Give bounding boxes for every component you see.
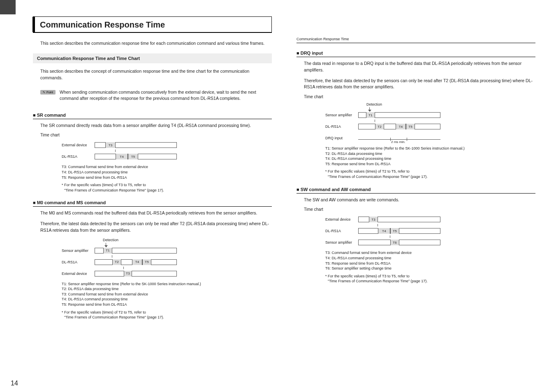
seg-t5: T5 bbox=[406, 124, 415, 129]
legend-line: T4: DL-RS1A command processing time bbox=[62, 170, 272, 175]
sr-footnote: * For the specific values (times) of T3 … bbox=[33, 182, 272, 193]
drq-footnote: * For the specific values (times) of T2 … bbox=[297, 169, 535, 179]
section-para: This section describes the concept of co… bbox=[33, 68, 272, 81]
running-head: Communication Response Time bbox=[297, 37, 535, 41]
footnote-line: * For the specific values (times) of T2 … bbox=[325, 169, 535, 174]
m0-para2: Therefore, the latest data detected by t… bbox=[33, 221, 272, 234]
legend-line: T4: DL-RS1A command processing time bbox=[325, 256, 535, 261]
sw-row2-label: DL-RS1A bbox=[325, 229, 358, 233]
drq-para1: The data read in response to a DRQ input… bbox=[297, 60, 535, 74]
legend-line: T4: DL-RS1A command processing time bbox=[325, 156, 535, 161]
sw-footnote: * For the specific values (times) of T3 … bbox=[297, 274, 535, 284]
legend-line: T5: Response send time from DL-RS1A bbox=[62, 175, 272, 180]
legend-line: T5: Response send time from DL-RS1A bbox=[62, 302, 272, 307]
sr-legend: T3: Command format send time from extern… bbox=[33, 164, 272, 180]
right-page: Communication Response Time ■ DRQ input … bbox=[297, 16, 535, 384]
seg-t3: T3 bbox=[369, 217, 378, 222]
point-tag: Point bbox=[40, 90, 56, 95]
detection-arrow-icon bbox=[368, 107, 373, 111]
legend-line: T2: DL-RS1A data processing time bbox=[62, 286, 272, 292]
detection-label: Detection bbox=[95, 238, 272, 242]
legend-line: T5: Response send time from DL-RS1A bbox=[325, 161, 535, 167]
detection-label: Detection bbox=[358, 102, 535, 106]
sw-timechart-label: Time chart bbox=[297, 207, 535, 212]
legend-line: T6: Sensor amplifier setting change time bbox=[325, 266, 535, 271]
legend-line: T2: DL-RS1A data processing time bbox=[325, 151, 535, 157]
chapter-intro: This section describes the communication… bbox=[33, 40, 272, 47]
sw-row1-label: External device bbox=[325, 217, 358, 221]
footnote-line: "Time Frames of Communication Response T… bbox=[325, 279, 535, 284]
seg-t1: T1 bbox=[103, 248, 112, 254]
m0-row2-label: DL-RS1A bbox=[62, 260, 95, 264]
legend-line: T1: Sensor amplifier response time (Refe… bbox=[62, 281, 272, 287]
seg-t5: T5 bbox=[142, 259, 151, 265]
drq-input-line: 2 ms min. bbox=[358, 139, 440, 140]
legend-line: T4: DL-RS1A command processing time bbox=[62, 297, 272, 302]
legend-line: T3: Command format send time from extern… bbox=[62, 292, 272, 297]
seg-t2: T2 bbox=[375, 124, 384, 129]
sr-timechart-label: Time chart bbox=[33, 133, 272, 137]
seg-t6: T6 bbox=[390, 240, 399, 245]
sr-chart: External device T3 DL-RS1A T4 T5 bbox=[33, 141, 272, 161]
footnote-line: * For the specific values (times) of T3 … bbox=[62, 182, 272, 188]
drq-row2-label: DL-RS1A bbox=[325, 125, 358, 129]
chapter-heading: Communication Response Time bbox=[33, 16, 272, 33]
sw-chart: External device T3 DL-RS1A T4 T5 Sensor … bbox=[297, 215, 535, 247]
sr-heading: ■ SR command bbox=[33, 113, 272, 119]
divider bbox=[297, 43, 535, 43]
legend-line: T5: Response send time from DL-RS1A bbox=[325, 261, 535, 266]
footnote-line: "Time Frames of Communication Response T… bbox=[62, 315, 272, 320]
legend-line: T3: Command format send time from extern… bbox=[325, 250, 535, 256]
edge-tab bbox=[0, 0, 16, 14]
seg-t4: T4 bbox=[132, 259, 142, 265]
sr-para: The SR command directly reads data from … bbox=[33, 122, 272, 129]
point-callout: Point When sending communication command… bbox=[40, 88, 272, 103]
drq-chart: Detection Sensor amplifier T1 DL-RS1A T2… bbox=[297, 102, 535, 143]
seg-t2: T2 bbox=[112, 259, 121, 265]
drq-heading: ■ DRQ input bbox=[297, 51, 535, 57]
legend-line: T1: Sensor amplifier response time (Refe… bbox=[325, 146, 535, 151]
m0-row1-label: Sensor amplifier bbox=[62, 249, 95, 253]
sr-row2-label: DL-RS1A bbox=[62, 154, 95, 159]
seg-t3: T3 bbox=[105, 142, 116, 148]
m0-para1: The M0 and MS commands read the buffered… bbox=[33, 210, 272, 217]
section-heading: Communication Response Time and Time Cha… bbox=[33, 53, 272, 63]
chapter-title: Communication Response Time bbox=[40, 20, 266, 30]
drq-para2: Therefore, the latest data detected by t… bbox=[297, 78, 535, 91]
drq-row3-label: DRQ input bbox=[325, 136, 358, 140]
seg-t4: T4 bbox=[378, 228, 390, 234]
footnote-line: * For the specific values (times) of T2 … bbox=[62, 310, 272, 315]
sw-para: The SW and AW commands are write command… bbox=[297, 197, 535, 203]
point-text: When sending communication commands cons… bbox=[60, 89, 272, 101]
drq-timechart-label: Time chart bbox=[297, 95, 535, 99]
footnote-line: "Time Frames of Communication Response T… bbox=[62, 188, 272, 193]
seg-t1: T1 bbox=[366, 112, 375, 118]
seg-t4: T4 bbox=[396, 124, 406, 129]
detection-arrow-icon bbox=[105, 243, 109, 246]
seg-t3: T3 bbox=[124, 271, 132, 277]
m0-legend: T1: Sensor amplifier response time (Refe… bbox=[33, 281, 272, 307]
m0-footnote: * For the specific values (times) of T2 … bbox=[33, 310, 272, 320]
footnote-line: "Time Frames of Communication Response T… bbox=[325, 174, 535, 180]
legend-line: T3: Command format send time from extern… bbox=[62, 164, 272, 170]
sr-row1-label: External device bbox=[62, 143, 95, 147]
seg-t5: T5 bbox=[128, 154, 138, 159]
page-number: 14 bbox=[11, 380, 18, 387]
sw-heading: ■ SW command and AW command bbox=[297, 187, 535, 194]
seg-t4: T4 bbox=[116, 154, 128, 159]
sw-legend: T3: Command format send time from extern… bbox=[297, 250, 535, 271]
m0-chart: Detection Sensor amplifier T1 DL-RS1A T2… bbox=[33, 238, 272, 278]
m0-heading: ■ M0 command and MS command bbox=[33, 200, 272, 207]
footnote-line: * For the specific values (times) of T3 … bbox=[325, 274, 535, 279]
seg-t5: T5 bbox=[390, 228, 399, 234]
m0-row3-label: External device bbox=[62, 272, 95, 276]
drq-legend: T1: Sensor amplifier response time (Refe… bbox=[297, 146, 535, 166]
sw-row3-label: Sensor amplifier bbox=[325, 240, 358, 244]
drq-row1-label: Sensor amplifier bbox=[325, 113, 358, 117]
drq-min-label: 2 ms min. bbox=[391, 140, 405, 144]
left-page: Communication Response Time This section… bbox=[16, 16, 272, 384]
